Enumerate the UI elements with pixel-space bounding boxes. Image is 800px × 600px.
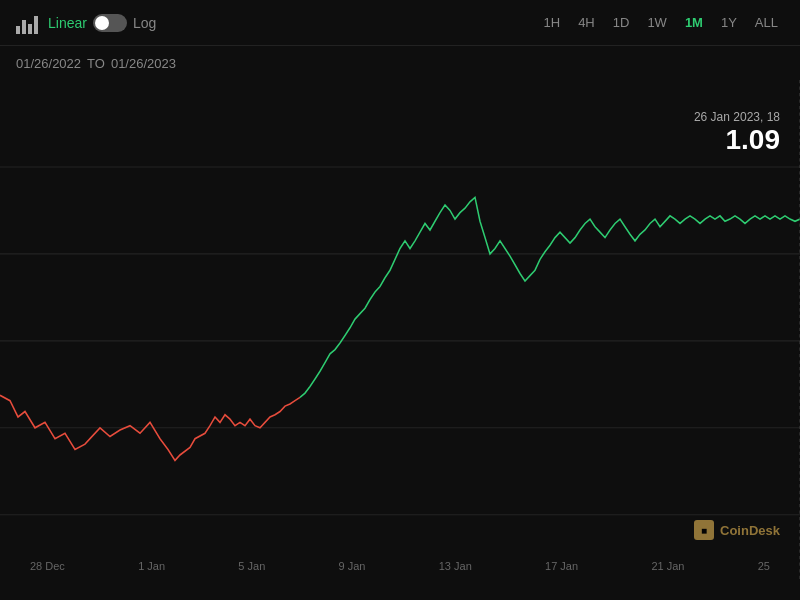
x-label-jan5: 5 Jan <box>238 560 265 572</box>
time-btn-4h[interactable]: 4H <box>572 12 601 33</box>
time-btn-1d[interactable]: 1D <box>607 12 636 33</box>
x-label-jan17: 17 Jan <box>545 560 578 572</box>
x-label-jan1: 1 Jan <box>138 560 165 572</box>
x-axis: 28 Dec 1 Jan 5 Jan 9 Jan 13 Jan 17 Jan 2… <box>0 560 800 572</box>
bar-chart-icon[interactable] <box>16 12 38 34</box>
time-btn-all[interactable]: ALL <box>749 12 784 33</box>
x-label-jan9: 9 Jan <box>339 560 366 572</box>
date-range: 01/26/2022 TO 01/26/2023 <box>0 46 800 80</box>
scale-toggle: Linear Log <box>48 14 156 32</box>
chart-svg <box>0 80 800 580</box>
coindesk-icon: ■ <box>694 520 714 540</box>
time-periods: 1H 4H 1D 1W 1M 1Y ALL <box>538 12 784 33</box>
x-label-jan25: 25 <box>758 560 770 572</box>
date-separator: TO <box>87 56 105 71</box>
x-label-jan21: 21 Jan <box>651 560 684 572</box>
date-from: 01/26/2022 <box>16 56 81 71</box>
x-label-jan13: 13 Jan <box>439 560 472 572</box>
tooltip-date: 26 Jan 2023, 18 <box>694 110 780 124</box>
scale-log-label[interactable]: Log <box>133 15 156 31</box>
time-btn-1y[interactable]: 1Y <box>715 12 743 33</box>
scale-toggle-switch[interactable] <box>93 14 127 32</box>
watermark-text: CoinDesk <box>720 523 780 538</box>
toolbar: Linear Log 1H 4H 1D 1W 1M 1Y ALL <box>0 0 800 46</box>
time-btn-1h[interactable]: 1H <box>538 12 567 33</box>
scale-linear-label[interactable]: Linear <box>48 15 87 31</box>
x-label-dec28: 28 Dec <box>30 560 65 572</box>
time-btn-1m[interactable]: 1M <box>679 12 709 33</box>
chart-line-green <box>300 197 800 397</box>
toolbar-left: Linear Log <box>16 12 522 34</box>
watermark: ■ CoinDesk <box>694 520 780 540</box>
chart-container: 26 Jan 2023, 18 1.09 28 Dec 1 Jan 5 Jan … <box>0 80 800 580</box>
tooltip-value: 1.09 <box>694 124 780 156</box>
date-to: 01/26/2023 <box>111 56 176 71</box>
tooltip: 26 Jan 2023, 18 1.09 <box>694 110 780 156</box>
time-btn-1w[interactable]: 1W <box>641 12 673 33</box>
